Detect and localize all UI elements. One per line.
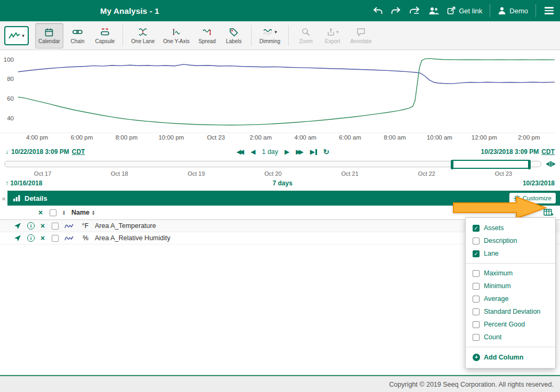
arrow-up-icon[interactable]: ↑ bbox=[5, 179, 9, 187]
annotate-icon bbox=[356, 27, 366, 37]
info-icon[interactable]: i bbox=[27, 234, 35, 242]
navigate-icon[interactable] bbox=[11, 234, 25, 242]
app-root: My Analysis - 1 Get link Demo bbox=[0, 0, 560, 392]
step-forward-fast-icon[interactable]: ▶▶ bbox=[296, 149, 303, 155]
sort-icon[interactable]: ▲▼ bbox=[62, 210, 66, 215]
toolbar-labels-label: Labels bbox=[226, 38, 241, 44]
toolbar-spread-button[interactable]: Spread bbox=[195, 23, 220, 48]
step-forward-icon[interactable]: ▶ bbox=[285, 149, 289, 155]
column-option-count[interactable]: Count bbox=[466, 331, 555, 344]
refresh-icon[interactable]: ↻ bbox=[323, 148, 330, 156]
hamburger-menu-icon[interactable] bbox=[543, 6, 555, 15]
toolbar-one-y-axis-button[interactable]: One Y-Axis bbox=[160, 23, 192, 48]
toolbar-calendar-label: Calendar bbox=[38, 38, 60, 44]
checkbox-unchecked-icon bbox=[473, 270, 480, 277]
signal-name[interactable]: Area A_Relative Humidity bbox=[95, 234, 171, 242]
range-date-label: Oct 17 bbox=[34, 170, 51, 177]
toolbar-labels-button[interactable]: Labels bbox=[222, 23, 246, 48]
get-link-button[interactable]: Get link bbox=[447, 6, 482, 15]
name-column-header[interactable]: Name bbox=[71, 209, 90, 216]
toolbar-calendar-button[interactable]: Calendar bbox=[35, 23, 63, 48]
signal-name[interactable]: Area A_Temperature bbox=[95, 222, 156, 230]
series-line[interactable] bbox=[18, 64, 555, 84]
range-date-label: Oct 20 bbox=[264, 170, 281, 177]
slider-track[interactable] bbox=[4, 161, 541, 167]
user-menu[interactable]: Demo bbox=[498, 6, 528, 15]
column-option-average[interactable]: Average bbox=[466, 292, 555, 305]
slider-handle-left[interactable] bbox=[451, 160, 453, 169]
slider-selection[interactable] bbox=[451, 160, 531, 169]
range-date-label: Oct 18 bbox=[111, 170, 128, 177]
row-checkbox[interactable] bbox=[52, 223, 59, 230]
customize-button[interactable]: Customize bbox=[509, 193, 556, 203]
step-back-icon[interactable]: ◀ bbox=[250, 149, 255, 155]
toolbar-one-lane-label: One Lane bbox=[131, 38, 155, 44]
column-option-assets[interactable]: ✓Assets bbox=[466, 222, 555, 234]
column-option-label: Average bbox=[484, 295, 508, 303]
series-line[interactable] bbox=[18, 59, 555, 125]
remove-icon[interactable]: × bbox=[37, 234, 48, 242]
step-back-fast-icon[interactable]: ◀◀ bbox=[237, 149, 244, 155]
select-all-checkbox[interactable] bbox=[50, 209, 56, 216]
checkbox-unchecked-icon bbox=[473, 321, 480, 328]
slider-handle-right[interactable] bbox=[528, 160, 531, 169]
arrow-down-icon[interactable]: ↓ bbox=[5, 148, 9, 156]
investigate-start-label[interactable]: 10/16/2018 bbox=[10, 179, 42, 187]
info-icon[interactable]: i bbox=[27, 222, 35, 230]
range-end[interactable]: 10/23/2018 3:09 PM CDT bbox=[481, 148, 555, 156]
column-option-standard-deviation[interactable]: Standard Deviation bbox=[466, 305, 555, 318]
investigate-end-label[interactable]: 10/23/2018 bbox=[523, 179, 555, 187]
undo-icon[interactable] bbox=[372, 6, 383, 15]
investigate-start[interactable]: ↑ 10/16/2018 bbox=[5, 179, 42, 187]
checkbox-checked-icon: ✓ bbox=[473, 250, 480, 257]
collapse-panel-icon[interactable]: « bbox=[0, 191, 7, 206]
remove-icon[interactable]: × bbox=[37, 222, 48, 230]
row-checkbox[interactable] bbox=[52, 235, 59, 242]
add-column-icon[interactable] bbox=[543, 208, 554, 217]
worksheet-title[interactable]: My Analysis - 1 bbox=[100, 6, 159, 15]
trend-view-selector[interactable]: ▾ bbox=[4, 26, 29, 45]
x-axis-labels: 4:00 pm6:00 pm8:00 pm10:00 pmOct 232:00 … bbox=[18, 134, 555, 144]
range-end-label[interactable]: 10/23/2018 3:09 PM bbox=[481, 148, 539, 156]
toolbar-dimming-button[interactable]: ▾ Dimming bbox=[256, 23, 283, 48]
column-option-maximum[interactable]: Maximum bbox=[466, 267, 555, 280]
toolbar-capsule-button[interactable]: Capsule bbox=[92, 23, 118, 48]
range-date-label: Oct 23 bbox=[495, 170, 512, 177]
redo-all-icon[interactable] bbox=[409, 6, 420, 15]
navigate-icon[interactable] bbox=[11, 222, 25, 230]
sort-name-icon[interactable]: ▲▼ bbox=[92, 210, 95, 215]
add-column-button[interactable]: +Add Column bbox=[466, 350, 555, 364]
trend-chart[interactable] bbox=[18, 53, 555, 133]
expand-range-icon[interactable] bbox=[546, 160, 556, 168]
x-axis-tick-label: 6:00 am bbox=[339, 134, 361, 141]
unit-label: °F bbox=[76, 222, 90, 230]
details-panel-title: Details bbox=[25, 194, 47, 202]
x-axis-tick-label: 10:00 pm bbox=[158, 134, 184, 141]
timezone-link[interactable]: CDT bbox=[541, 148, 555, 156]
checkbox-unchecked-icon bbox=[473, 334, 480, 341]
menu-divider bbox=[466, 263, 555, 264]
range-start[interactable]: ↓ 10/22/2018 3:09 PM CDT bbox=[5, 148, 85, 156]
range-start-label[interactable]: 10/22/2018 3:09 PM bbox=[11, 148, 69, 156]
column-option-label: Assets bbox=[484, 224, 504, 232]
remove-all-icon[interactable]: × bbox=[35, 208, 46, 217]
column-option-percent-good[interactable]: Percent Good bbox=[466, 318, 555, 331]
zoom-icon bbox=[302, 27, 310, 37]
top-header: My Analysis - 1 Get link Demo bbox=[0, 0, 560, 21]
toolbar-chain-button[interactable]: Chain bbox=[66, 23, 90, 48]
duration-link[interactable]: 1 day bbox=[262, 148, 278, 156]
users-icon[interactable] bbox=[428, 6, 440, 15]
column-option-description[interactable]: Description bbox=[466, 234, 555, 247]
column-option-minimum[interactable]: Minimum bbox=[466, 280, 555, 292]
get-link-label: Get link bbox=[459, 7, 482, 15]
range-date-label: Oct 22 bbox=[418, 170, 435, 177]
column-option-lane[interactable]: ✓Lane bbox=[466, 247, 555, 260]
trend-chart-area[interactable]: 406080100 bbox=[0, 53, 555, 133]
toolbar-one-lane-button[interactable]: One Lane bbox=[128, 23, 158, 48]
investigate-span-label[interactable]: 7 days bbox=[42, 179, 523, 187]
one-y-axis-icon bbox=[172, 27, 181, 37]
timezone-link[interactable]: CDT bbox=[72, 148, 85, 156]
step-to-end-icon[interactable]: ▶ bbox=[310, 149, 317, 155]
redo-icon[interactable] bbox=[391, 6, 401, 15]
dimming-icon: ▾ bbox=[263, 27, 277, 37]
